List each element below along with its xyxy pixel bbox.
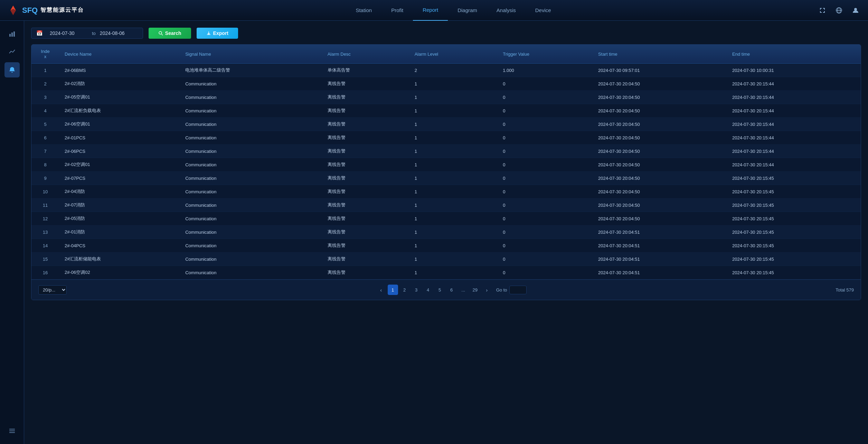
- cell-start-time: 2024-07-30 20:04:50: [593, 185, 727, 198]
- cell-alarm-desc: 离线告警: [322, 172, 409, 185]
- cell-signal-name: Communication: [180, 104, 322, 118]
- cell-device-name: 2#-07PCS: [59, 172, 180, 185]
- cell-index: 7: [31, 145, 59, 158]
- cell-alarm-level: 1: [409, 252, 498, 266]
- cell-trigger-value: 0: [497, 252, 593, 266]
- cell-alarm-level: 1: [409, 77, 498, 91]
- table-body: 1 2#-06BMS 电池堆单体高二级告警 单体高告警 2 1.000 2024…: [31, 64, 861, 279]
- logo-area: SFQ 智慧能源云平台: [7, 4, 90, 17]
- cell-end-time: 2024-07-30 20:15:45: [727, 239, 861, 252]
- nav-right: [817, 5, 861, 16]
- fullscreen-icon[interactable]: [817, 5, 828, 16]
- cell-trigger-value: 0: [497, 77, 593, 91]
- cell-index: 15: [31, 252, 59, 266]
- page-btn-3[interactable]: 3: [411, 285, 422, 295]
- svg-point-5: [854, 8, 857, 11]
- nav-report[interactable]: Report: [413, 0, 448, 21]
- cell-alarm-desc: 离线告警: [322, 91, 409, 104]
- cell-end-time: 2024-07-30 20:15:45: [727, 212, 861, 225]
- cell-trigger-value: 0: [497, 225, 593, 239]
- svg-point-12: [159, 31, 162, 34]
- cell-end-time: 2024-07-30 20:15:45: [727, 198, 861, 212]
- sidebar-line-chart[interactable]: [4, 44, 20, 59]
- cell-start-time: 2024-07-30 20:04:50: [593, 198, 727, 212]
- cell-alarm-desc: 离线告警: [322, 225, 409, 239]
- cell-alarm-level: 1: [409, 91, 498, 104]
- page-btn-29[interactable]: 29: [470, 285, 480, 295]
- col-signal-name: Signal Name: [180, 45, 322, 64]
- cell-start-time: 2024-07-30 20:04:50: [593, 131, 727, 145]
- nav-device[interactable]: Device: [526, 0, 561, 21]
- cell-signal-name: Communication: [180, 131, 322, 145]
- cell-alarm-desc: 离线告警: [322, 77, 409, 91]
- cell-alarm-level: 1: [409, 239, 498, 252]
- sidebar-alarm[interactable]: [4, 62, 20, 77]
- nav-analysis[interactable]: Analysis: [487, 0, 526, 21]
- table-row: 7 2#-06PCS Communication 离线告警 1 0 2024-0…: [31, 145, 861, 158]
- nav-diagram[interactable]: Diagram: [448, 0, 487, 21]
- cell-trigger-value: 0: [497, 104, 593, 118]
- cell-alarm-desc: 离线告警: [322, 104, 409, 118]
- cell-index: 12: [31, 212, 59, 225]
- prev-page-btn[interactable]: ‹: [376, 285, 386, 295]
- date-range: 📅 to: [31, 28, 143, 39]
- page-btn-2[interactable]: 2: [399, 285, 410, 295]
- cell-alarm-desc: 离线告警: [322, 131, 409, 145]
- page-btn-4[interactable]: 4: [423, 285, 433, 295]
- cell-index: 8: [31, 158, 59, 172]
- page-btn-6[interactable]: 6: [446, 285, 457, 295]
- user-icon[interactable]: [850, 5, 861, 16]
- sidebar-menu[interactable]: [4, 423, 20, 438]
- cell-device-name: 2#-05消防: [59, 212, 180, 225]
- toolbar: 📅 to Search Export: [31, 28, 861, 39]
- cell-alarm-desc: 离线告警: [322, 145, 409, 158]
- cell-index: 5: [31, 118, 59, 131]
- table-row: 2 2#-02消防 Communication 离线告警 1 0 2024-07…: [31, 77, 861, 91]
- alarm-table: Inde x Device Name Signal Name Alarm Des…: [31, 44, 861, 300]
- nav-station[interactable]: Station: [346, 0, 381, 21]
- cell-alarm-desc: 单体高告警: [322, 64, 409, 77]
- nav-profit[interactable]: Profit: [381, 0, 413, 21]
- search-button[interactable]: Search: [149, 28, 191, 39]
- cell-start-time: 2024-07-30 20:04:51: [593, 266, 727, 279]
- page-btn-5[interactable]: 5: [435, 285, 445, 295]
- cell-device-name: 2#-02空调01: [59, 158, 180, 172]
- cell-trigger-value: 0: [497, 118, 593, 131]
- col-trigger-value: Trigger Value: [497, 45, 593, 64]
- table-row: 15 2#汇流柜储能电表 Communication 离线告警 1 0 2024…: [31, 252, 861, 266]
- cell-signal-name: Communication: [180, 158, 322, 172]
- date-start-input[interactable]: [50, 30, 88, 36]
- cell-signal-name: Communication: [180, 212, 322, 225]
- table-row: 8 2#-02空调01 Communication 离线告警 1 0 2024-…: [31, 158, 861, 172]
- page-size-select[interactable]: 20/p... 50/p... 100/p...: [38, 285, 67, 295]
- next-page-btn[interactable]: ›: [482, 285, 492, 295]
- goto-input[interactable]: [509, 286, 527, 294]
- cell-trigger-value: 0: [497, 158, 593, 172]
- page-btn-1[interactable]: 1: [388, 285, 398, 295]
- date-separator: to: [92, 31, 96, 36]
- page-ellipsis: ...: [458, 285, 469, 295]
- cell-index: 11: [31, 198, 59, 212]
- export-button[interactable]: Export: [197, 28, 238, 39]
- cell-device-name: 2#-06PCS: [59, 145, 180, 158]
- cell-index: 2: [31, 77, 59, 91]
- date-end-input[interactable]: [100, 30, 138, 36]
- cell-trigger-value: 0: [497, 239, 593, 252]
- nav-links: Station Profit Report Diagram Analysis D…: [90, 0, 817, 21]
- sidebar-bar-chart[interactable]: [4, 26, 20, 41]
- cell-trigger-value: 0: [497, 91, 593, 104]
- cell-alarm-level: 1: [409, 225, 498, 239]
- cell-end-time: 2024-07-30 20:15:44: [727, 118, 861, 131]
- cell-alarm-level: 1: [409, 212, 498, 225]
- cell-trigger-value: 0: [497, 145, 593, 158]
- table-row: 12 2#-05消防 Communication 离线告警 1 0 2024-0…: [31, 212, 861, 225]
- cell-index: 6: [31, 131, 59, 145]
- top-nav: SFQ 智慧能源云平台 Station Profit Report Diagra…: [0, 0, 868, 21]
- logo-icon: [7, 4, 19, 17]
- cell-alarm-desc: 离线告警: [322, 266, 409, 279]
- cell-index: 4: [31, 104, 59, 118]
- cell-trigger-value: 0: [497, 172, 593, 185]
- calendar-icon: 📅: [36, 30, 43, 36]
- globe-icon[interactable]: [833, 5, 845, 16]
- table-row: 13 2#-01消防 Communication 离线告警 1 0 2024-0…: [31, 225, 861, 239]
